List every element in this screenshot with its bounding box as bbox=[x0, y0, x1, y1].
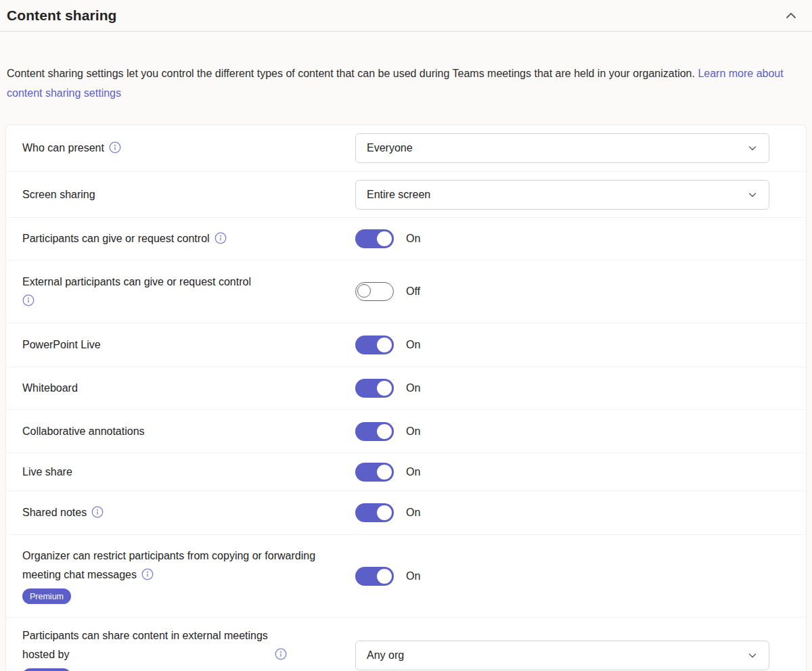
toggle-state-label: On bbox=[406, 425, 420, 438]
info-icon[interactable] bbox=[91, 506, 104, 518]
toggle-knob bbox=[377, 424, 392, 439]
section-header: Content sharing bbox=[0, 0, 812, 32]
setting-label: PowerPoint Live bbox=[22, 336, 355, 354]
whiteboard-toggle[interactable] bbox=[355, 379, 394, 398]
toggle-state-label: On bbox=[406, 466, 420, 478]
chevron-down-icon bbox=[747, 650, 758, 661]
who-can-present-dropdown[interactable]: Everyone bbox=[355, 133, 769, 163]
setting-label: Screen sharing bbox=[22, 185, 355, 204]
toggle-knob bbox=[357, 284, 371, 298]
chevron-down-icon bbox=[747, 189, 758, 200]
premium-badge: Premium bbox=[22, 588, 71, 604]
info-icon[interactable] bbox=[141, 568, 154, 580]
toggle-knob bbox=[377, 338, 392, 352]
toggle-state-label: On bbox=[406, 233, 420, 245]
toggle-knob bbox=[377, 231, 392, 246]
collapse-section-button[interactable] bbox=[781, 5, 801, 26]
row-external-participants-control: External participants can give or reques… bbox=[6, 260, 806, 323]
dropdown-value: Everyone bbox=[367, 142, 413, 154]
setting-label: Shared notes bbox=[22, 503, 355, 522]
chevron-down-icon bbox=[747, 143, 758, 154]
row-who-can-present: Who can present Everyone bbox=[6, 125, 806, 172]
toggle-state-label: On bbox=[406, 570, 420, 582]
dropdown-value: Any org bbox=[367, 649, 404, 662]
setting-label: Whiteboard bbox=[22, 379, 355, 398]
toggle-knob bbox=[377, 569, 392, 584]
restrict-chat-copy-toggle[interactable] bbox=[355, 567, 394, 586]
setting-label: Live share bbox=[22, 463, 355, 482]
row-participants-give-control: Participants can give or request control… bbox=[6, 218, 806, 260]
external-meeting-host-dropdown[interactable]: Any org bbox=[355, 641, 769, 670]
setting-label: Who can present bbox=[22, 139, 355, 158]
description-text: Content sharing settings let you control… bbox=[7, 68, 695, 79]
row-restrict-chat-copy: Organizer can restrict participants from… bbox=[6, 535, 806, 618]
screen-sharing-dropdown[interactable]: Entire screen bbox=[355, 180, 769, 210]
info-icon[interactable] bbox=[215, 232, 227, 244]
premium-badge: Premium bbox=[22, 668, 71, 671]
section-description: Content sharing settings let you control… bbox=[0, 43, 812, 114]
external-participants-control-toggle[interactable] bbox=[355, 282, 394, 301]
row-powerpoint-live: PowerPoint Live On bbox=[6, 323, 806, 367]
participants-give-control-toggle[interactable] bbox=[355, 229, 394, 248]
toggle-knob bbox=[377, 381, 392, 396]
row-live-share: Live share On bbox=[6, 453, 806, 491]
info-icon[interactable] bbox=[275, 648, 287, 660]
live-share-toggle[interactable] bbox=[355, 463, 394, 482]
toggle-state-label: On bbox=[406, 339, 420, 351]
toggle-state-label: Off bbox=[406, 285, 420, 298]
shared-notes-toggle[interactable] bbox=[355, 503, 394, 522]
setting-label: Participants can give or request control bbox=[22, 229, 355, 248]
content-sharing-settings-panel: Who can present Everyone Screen sharing … bbox=[5, 124, 807, 671]
row-external-meeting-sharing: Participants can share content in extern… bbox=[6, 618, 806, 671]
powerpoint-live-toggle[interactable] bbox=[355, 336, 394, 354]
setting-label: External participants can give or reques… bbox=[22, 273, 355, 310]
dropdown-value: Entire screen bbox=[367, 189, 430, 201]
setting-label: Organizer can restrict participants from… bbox=[22, 547, 355, 605]
row-shared-notes: Shared notes On bbox=[6, 491, 806, 535]
toggle-state-label: On bbox=[406, 507, 420, 519]
setting-label: Collaborative annotations bbox=[22, 422, 355, 441]
page-title: Content sharing bbox=[7, 7, 117, 24]
row-screen-sharing: Screen sharing Entire screen bbox=[6, 172, 806, 218]
toggle-knob bbox=[377, 505, 392, 520]
info-icon[interactable] bbox=[22, 294, 35, 306]
setting-label: Participants can share content in extern… bbox=[22, 626, 355, 671]
toggle-knob bbox=[377, 465, 392, 480]
row-collaborative-annotations: Collaborative annotations On bbox=[6, 410, 806, 453]
row-whiteboard: Whiteboard On bbox=[6, 367, 806, 410]
collaborative-annotations-toggle[interactable] bbox=[355, 422, 394, 441]
info-icon[interactable] bbox=[109, 141, 121, 154]
toggle-state-label: On bbox=[406, 382, 420, 394]
chevron-up-icon bbox=[784, 8, 798, 23]
